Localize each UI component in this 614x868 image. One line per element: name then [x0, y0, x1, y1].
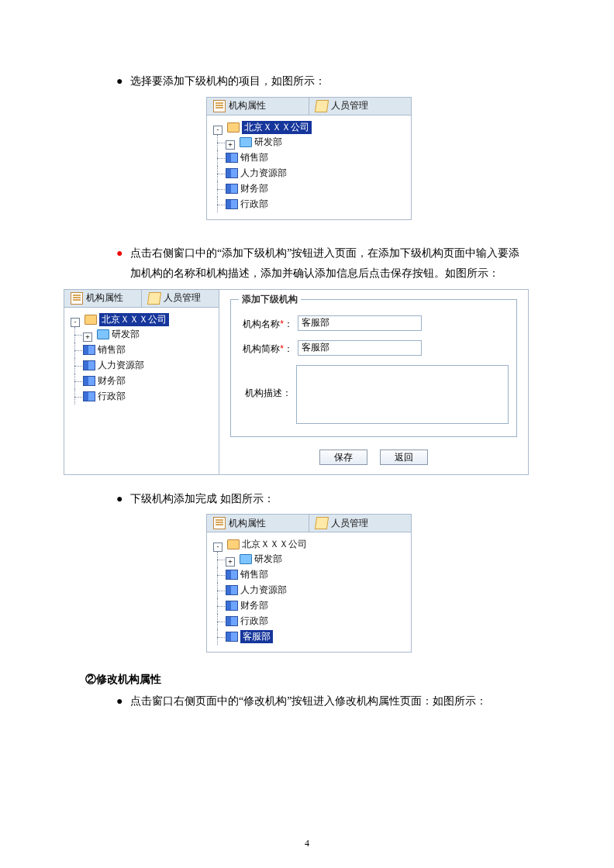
- org-desc-textarea[interactable]: [296, 365, 509, 424]
- book-icon: [83, 345, 95, 355]
- book-icon: [226, 616, 238, 626]
- collapse-toggle[interactable]: -: [213, 542, 222, 552]
- screenshot-org-select: 机构属性 人员管理 - 北京ＸＸＸ公司 +: [206, 97, 412, 220]
- tab-label: 机构属性: [229, 99, 266, 112]
- bullet-marker-red: ●: [116, 243, 130, 284]
- bullet-text: 选择要添加下级机构的项目，如图所示：: [130, 71, 529, 92]
- tree-node[interactable]: 研发部: [240, 553, 282, 566]
- bullet-item: ● 点击右侧窗口中的“添加下级机构”按钮进入页面，在添加下级机构页面中输入要添加…: [116, 243, 529, 284]
- folder-icon: [227, 122, 240, 133]
- tab-label: 机构属性: [229, 517, 266, 530]
- expand-toggle[interactable]: +: [226, 557, 235, 567]
- form-fieldset: 添加下级机构 机构名称*： 机构简称*： 机构描述：: [230, 299, 517, 437]
- bullet-marker: ●: [116, 71, 130, 92]
- tree-node-root[interactable]: 北京ＸＸＸ公司: [227, 538, 307, 551]
- tab-label: 人员管理: [164, 291, 201, 305]
- org-name-input[interactable]: [298, 315, 422, 331]
- tree-node[interactable]: 财务部: [226, 182, 268, 195]
- tab-org-props[interactable]: 机构属性: [64, 290, 142, 307]
- leaf-icon: [147, 292, 161, 305]
- tree-node[interactable]: 研发部: [97, 328, 140, 341]
- folder-icon: [85, 315, 97, 325]
- org-abbr-input[interactable]: [298, 340, 422, 356]
- tree-node-root[interactable]: 北京ＸＸＸ公司: [227, 121, 312, 134]
- book-icon: [226, 585, 238, 595]
- form-row: 机构名称*：: [239, 311, 509, 336]
- tree-node[interactable]: 财务部: [226, 599, 268, 612]
- folder-icon: [97, 329, 109, 339]
- book-icon: [226, 199, 238, 209]
- tree-node[interactable]: 销售部: [226, 151, 268, 164]
- collapse-toggle[interactable]: -: [213, 126, 222, 135]
- folder-icon: [240, 554, 252, 564]
- tab-staff-manage[interactable]: 人员管理: [142, 290, 219, 307]
- field-label: 机构名称*：: [239, 315, 298, 331]
- tree-label: 人力资源部: [240, 584, 287, 597]
- panel-toolbar: 机构属性 人员管理: [207, 98, 411, 115]
- bullet-marker: ●: [116, 691, 130, 712]
- expand-toggle[interactable]: +: [226, 140, 235, 150]
- bullet-text: 点击右侧窗口中的“添加下级机构”按钮进入页面，在添加下级机构页面中输入要添加机构…: [130, 243, 529, 284]
- tab-org-props[interactable]: 机构属性: [207, 98, 309, 115]
- tree-label: 研发部: [254, 553, 282, 566]
- tree-label: 销售部: [240, 568, 268, 581]
- tree-node[interactable]: 财务部: [83, 374, 126, 388]
- book-icon: [226, 632, 238, 642]
- tree-node[interactable]: 行政部: [83, 390, 126, 403]
- tree-node-new[interactable]: 客服部: [226, 630, 273, 643]
- org-tree: - 北京ＸＸＸ公司 + 研发部 销售部: [207, 115, 411, 219]
- tab-staff-manage[interactable]: 人员管理: [309, 98, 411, 115]
- page-icon: [213, 517, 226, 529]
- save-button[interactable]: 保存: [319, 450, 367, 465]
- tree-label: 财务部: [240, 599, 268, 612]
- tree-label: 客服部: [240, 630, 273, 643]
- tree-node[interactable]: 人力资源部: [83, 359, 144, 372]
- tree-label: 销售部: [240, 151, 268, 164]
- tree-label: 研发部: [112, 328, 140, 341]
- tree-label: 财务部: [240, 182, 268, 195]
- leaf-icon: [315, 100, 329, 112]
- book-icon: [83, 376, 95, 386]
- add-suborg-form: 添加下级机构 机构名称*： 机构简称*： 机构描述： 保存 返回: [219, 289, 529, 475]
- tree-label: 北京ＸＸＸ公司: [242, 121, 312, 134]
- bullet-text: 下级机构添加完成 如图所示：: [130, 489, 529, 510]
- bullet-marker: ●: [116, 489, 130, 510]
- tab-label: 机构属性: [86, 291, 123, 305]
- panel-toolbar: 机构属性 人员管理: [207, 515, 411, 532]
- tree-label: 行政部: [240, 615, 268, 628]
- tab-staff-manage[interactable]: 人员管理: [309, 515, 411, 532]
- tree-label: 人力资源部: [98, 359, 144, 372]
- bullet-text: 点击窗口右侧页面中的“修改机构”按钮进入修改机构属性页面：如图所示：: [130, 691, 529, 712]
- page-number: 4: [0, 838, 614, 849]
- folder-icon: [240, 137, 252, 147]
- bullet-item: ● 下级机构添加完成 如图所示：: [116, 489, 529, 510]
- expand-toggle[interactable]: +: [83, 332, 92, 342]
- tree-node[interactable]: 行政部: [226, 615, 268, 628]
- tree-label: 行政部: [98, 390, 126, 403]
- screenshot-add-suborg: 机构属性 人员管理 - 北京ＸＸＸ公司: [64, 289, 529, 475]
- tab-label: 人员管理: [331, 99, 368, 112]
- side-tree-panel: 机构属性 人员管理 - 北京ＸＸＸ公司: [64, 289, 219, 475]
- form-row: 机构简称*：: [239, 336, 509, 360]
- page-icon: [71, 292, 83, 305]
- book-icon: [226, 153, 238, 163]
- field-label: 机构简称*：: [239, 340, 298, 356]
- tab-org-props[interactable]: 机构属性: [207, 515, 309, 532]
- tree-node[interactable]: 人力资源部: [226, 167, 287, 180]
- page: ● 选择要添加下级机构的项目，如图所示： 机构属性 人员管理 - 北京ＸＸＸ公司: [0, 0, 614, 868]
- book-icon: [226, 570, 238, 580]
- collapse-toggle[interactable]: -: [71, 318, 80, 327]
- section-heading: ②修改机构属性: [85, 673, 529, 687]
- tree-node[interactable]: 销售部: [83, 343, 126, 356]
- tree-node[interactable]: 行政部: [226, 198, 268, 211]
- screenshot-org-added: 机构属性 人员管理 - 北京ＸＸＸ公司 +: [206, 514, 412, 653]
- bullet-item: ● 选择要添加下级机构的项目，如图所示：: [116, 71, 529, 92]
- tree-label: 北京ＸＸＸ公司: [99, 313, 169, 326]
- tree-node[interactable]: 研发部: [240, 136, 282, 149]
- tab-label: 人员管理: [331, 517, 368, 530]
- tree-node[interactable]: 销售部: [226, 568, 268, 581]
- back-button[interactable]: 返回: [380, 450, 428, 465]
- tree-node-root[interactable]: 北京ＸＸＸ公司: [85, 313, 169, 326]
- tree-node[interactable]: 人力资源部: [226, 584, 287, 597]
- form-row: 机构描述：: [239, 360, 509, 429]
